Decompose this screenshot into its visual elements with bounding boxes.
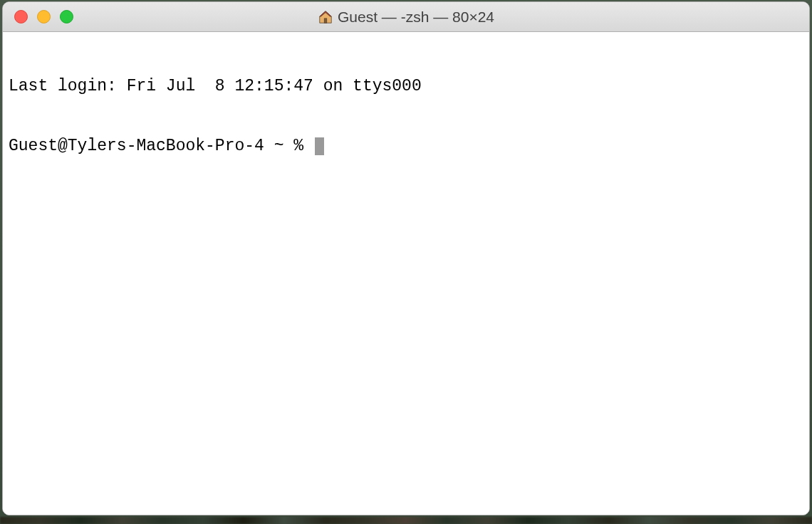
close-button[interactable] xyxy=(14,10,28,23)
prompt-text: Guest@Tylers-MacBook-Pro-4 ~ % xyxy=(9,136,313,156)
zoom-button[interactable] xyxy=(60,10,73,23)
window-title: Guest — -zsh — 80×24 xyxy=(338,9,494,26)
titlebar[interactable]: Guest — -zsh — 80×24 xyxy=(3,2,809,32)
traffic-lights xyxy=(3,10,73,23)
terminal-body[interactable]: Last login: Fri Jul 8 12:15:47 on ttys00… xyxy=(3,32,809,515)
cursor xyxy=(315,137,324,155)
terminal-window: Guest — -zsh — 80×24 Last login: Fri Jul… xyxy=(2,1,810,515)
prompt-line: Guest@Tylers-MacBook-Pro-4 ~ % xyxy=(9,136,803,156)
title-container: Guest — -zsh — 80×24 xyxy=(3,2,809,31)
minimize-button[interactable] xyxy=(37,10,51,23)
last-login-text: Last login: Fri Jul 8 12:15:47 on ttys00… xyxy=(9,76,803,96)
home-icon xyxy=(318,9,333,25)
svg-rect-0 xyxy=(324,18,327,22)
desktop-background-strip xyxy=(0,517,812,524)
